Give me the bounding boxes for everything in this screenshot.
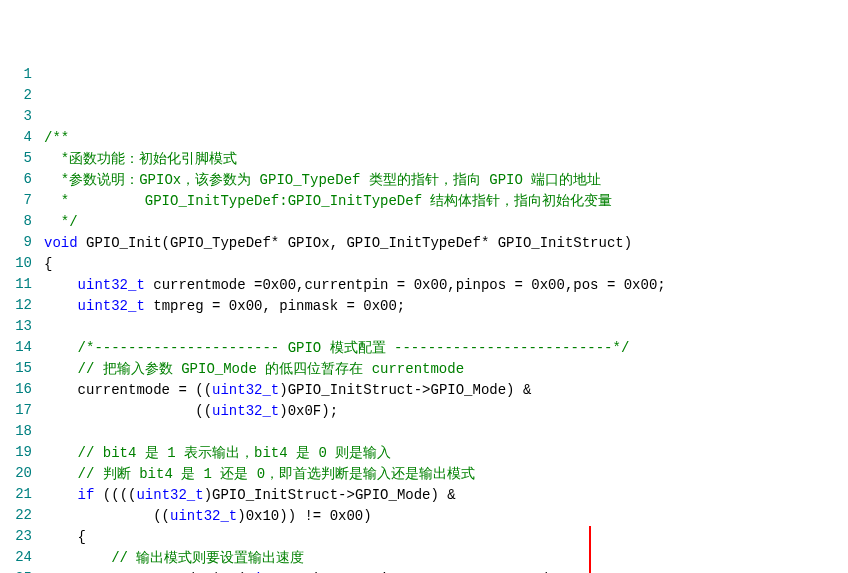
code-line[interactable]: * GPIO_InitTypeDef:GPIO_InitTypeDef 结构体指… bbox=[40, 191, 848, 212]
code-line[interactable] bbox=[40, 317, 848, 338]
code-editor[interactable]: 1234567891011121314151617181920212223242… bbox=[0, 64, 848, 573]
code-token bbox=[44, 298, 78, 314]
code-token: currentmode =0x00,currentpin = 0x00,pinp… bbox=[145, 277, 666, 293]
code-line[interactable]: ((uint32_t)0x10)) != 0x00) bbox=[40, 506, 848, 527]
code-token: (((( bbox=[94, 487, 136, 503]
code-token: GPIO_Init(GPIO_TypeDef* GPIOx, GPIO_Init… bbox=[78, 235, 633, 251]
code-line[interactable]: { bbox=[40, 527, 848, 548]
line-number-gutter: 1234567891011121314151617181920212223242… bbox=[0, 64, 40, 573]
code-line[interactable]: uint32_t currentmode =0x00,currentpin = … bbox=[40, 275, 848, 296]
code-token: )GPIO_InitStruct->GPIO_Mode) & bbox=[204, 487, 456, 503]
code-line[interactable]: *参数说明：GPIOx，该参数为 GPIO_TypeDef 类型的指针，指向 G… bbox=[40, 170, 848, 191]
line-number: 11 bbox=[0, 274, 32, 295]
line-number: 4 bbox=[0, 127, 32, 148]
line-number: 21 bbox=[0, 484, 32, 505]
code-line[interactable]: void GPIO_Init(GPIO_TypeDef* GPIOx, GPIO… bbox=[40, 233, 848, 254]
line-number: 8 bbox=[0, 211, 32, 232]
code-line[interactable]: if ((((uint32_t)GPIO_InitStruct->GPIO_Mo… bbox=[40, 485, 848, 506]
code-token: uint32_t bbox=[78, 298, 145, 314]
code-line[interactable]: /*---------------------- GPIO 模式配置 -----… bbox=[40, 338, 848, 359]
code-token: /*---------------------- GPIO 模式配置 -----… bbox=[44, 340, 629, 356]
code-token: *参数说明：GPIOx，该参数为 GPIO_TypeDef 类型的指针，指向 G… bbox=[44, 172, 601, 188]
line-number: 7 bbox=[0, 190, 32, 211]
line-number: 25 bbox=[0, 568, 32, 573]
code-token: *函数功能：初始化引脚模式 bbox=[44, 151, 237, 167]
code-line[interactable]: // 判断 bit4 是 1 还是 0，即首选判断是输入还是输出模式 bbox=[40, 464, 848, 485]
line-number: 15 bbox=[0, 358, 32, 379]
code-token: )0x10)) != 0x00) bbox=[237, 508, 371, 524]
code-token: // 把输入参数 GPIO_Mode 的低四位暂存在 currentmode bbox=[44, 361, 464, 377]
line-number: 19 bbox=[0, 442, 32, 463]
line-number: 16 bbox=[0, 379, 32, 400]
code-token: uint32_t bbox=[78, 277, 145, 293]
line-number: 9 bbox=[0, 232, 32, 253]
line-number: 20 bbox=[0, 463, 32, 484]
code-line[interactable]: */ bbox=[40, 212, 848, 233]
code-token: uint32_t bbox=[212, 403, 279, 419]
code-token: tmpreg = 0x00, pinmask = 0x00; bbox=[145, 298, 405, 314]
code-line[interactable]: currentmode |= (uint32_t)GPIO_InitStruct… bbox=[40, 569, 848, 573]
code-token: * GPIO_InitTypeDef:GPIO_InitTypeDef 结构体指… bbox=[44, 193, 612, 209]
code-token: currentmode = (( bbox=[44, 382, 212, 398]
code-token: (( bbox=[44, 403, 212, 419]
line-number: 2 bbox=[0, 85, 32, 106]
code-line[interactable]: { bbox=[40, 254, 848, 275]
code-line[interactable]: *函数功能：初始化引脚模式 bbox=[40, 149, 848, 170]
code-token: )GPIO_InitStruct->GPIO_Mode) & bbox=[279, 382, 531, 398]
code-token: uint32_t bbox=[136, 487, 203, 503]
code-line[interactable]: // 把输入参数 GPIO_Mode 的低四位暂存在 currentmode bbox=[40, 359, 848, 380]
code-line[interactable]: // bit4 是 1 表示输出，bit4 是 0 则是输入 bbox=[40, 443, 848, 464]
line-number: 3 bbox=[0, 106, 32, 127]
line-number: 18 bbox=[0, 421, 32, 442]
code-token: { bbox=[44, 256, 52, 272]
code-token: )0x0F); bbox=[279, 403, 338, 419]
line-number: 13 bbox=[0, 316, 32, 337]
code-line[interactable]: // 输出模式则要设置输出速度 bbox=[40, 548, 848, 569]
line-number: 23 bbox=[0, 526, 32, 547]
code-line[interactable]: ((uint32_t)0x0F); bbox=[40, 401, 848, 422]
code-line[interactable]: /** bbox=[40, 128, 848, 149]
code-area[interactable]: 下面代码省略。。。 /** *函数功能：初始化引脚模式 *参数说明：GPIOx，… bbox=[40, 64, 848, 573]
line-number: 22 bbox=[0, 505, 32, 526]
line-number: 1 bbox=[0, 64, 32, 85]
code-token: // 输出模式则要设置输出速度 bbox=[44, 550, 304, 566]
code-token: uint32_t bbox=[170, 508, 237, 524]
line-number: 24 bbox=[0, 547, 32, 568]
line-number: 5 bbox=[0, 148, 32, 169]
code-token: /** bbox=[44, 130, 69, 146]
line-number: 10 bbox=[0, 253, 32, 274]
line-number: 6 bbox=[0, 169, 32, 190]
code-token: uint32_t bbox=[212, 382, 279, 398]
line-number: 17 bbox=[0, 400, 32, 421]
line-number: 14 bbox=[0, 337, 32, 358]
code-line[interactable]: currentmode = ((uint32_t)GPIO_InitStruct… bbox=[40, 380, 848, 401]
code-token: { bbox=[44, 529, 86, 545]
code-token bbox=[44, 277, 78, 293]
code-token: */ bbox=[44, 214, 78, 230]
code-token: void bbox=[44, 235, 78, 251]
code-token: // bit4 是 1 表示输出，bit4 是 0 则是输入 bbox=[44, 445, 391, 461]
code-line[interactable] bbox=[40, 422, 848, 443]
line-number: 12 bbox=[0, 295, 32, 316]
code-line[interactable]: uint32_t tmpreg = 0x00, pinmask = 0x00; bbox=[40, 296, 848, 317]
code-token: (( bbox=[44, 508, 170, 524]
code-token: // 判断 bit4 是 1 还是 0，即首选判断是输入还是输出模式 bbox=[44, 466, 475, 482]
code-token: if bbox=[44, 487, 94, 503]
